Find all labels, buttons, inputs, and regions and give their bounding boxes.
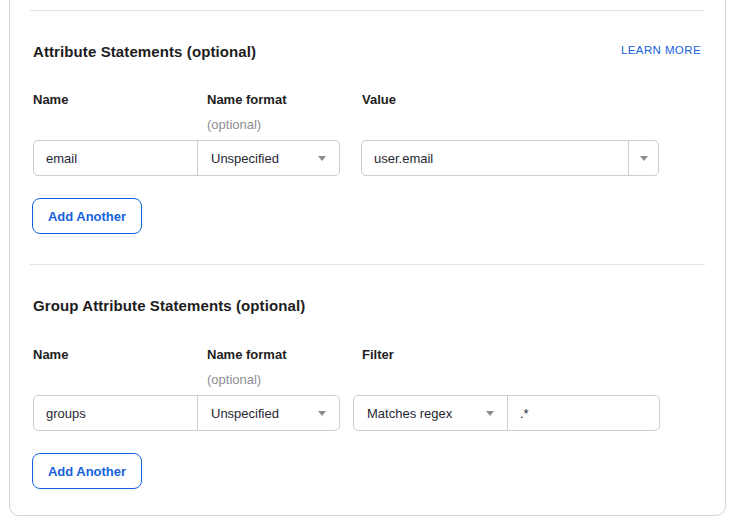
add-another-group-attribute-button[interactable]: Add Another — [32, 453, 142, 489]
group-filter-value-input[interactable] — [507, 396, 659, 430]
column-label-name-format: Name format — [207, 92, 286, 107]
chevron-down-icon — [640, 156, 648, 161]
group-attribute-statements-title: Group Attribute Statements (optional) — [33, 297, 305, 314]
column-label-name-format: Name format — [207, 347, 286, 362]
column-label-value: Value — [362, 92, 396, 107]
attribute-value-dropdown-button[interactable] — [628, 141, 658, 175]
column-label-name: Name — [33, 347, 68, 362]
attribute-name-and-format-group: Unspecified — [33, 140, 340, 176]
attribute-statements-title: Attribute Statements (optional) — [33, 43, 256, 60]
group-name-format-select[interactable]: Unspecified — [197, 396, 339, 430]
group-filter-type-value: Matches regex — [367, 406, 452, 421]
chevron-down-icon — [318, 411, 326, 416]
top-divider — [30, 10, 705, 11]
group-filter-type-select[interactable]: Matches regex — [354, 396, 507, 430]
attribute-name-format-select[interactable]: Unspecified — [197, 141, 339, 175]
group-attribute-name-input[interactable] — [34, 396, 197, 430]
learn-more-link[interactable]: LEARN MORE — [621, 44, 701, 56]
name-format-optional-note: (optional) — [207, 372, 261, 387]
group-filter-group: Matches regex — [353, 395, 660, 431]
settings-card — [9, 0, 726, 516]
group-name-format-value: Unspecified — [211, 406, 279, 421]
chevron-down-icon — [318, 156, 326, 161]
column-label-name: Name — [33, 92, 68, 107]
attribute-name-input[interactable] — [34, 141, 197, 175]
attribute-name-format-value: Unspecified — [211, 151, 279, 166]
attribute-value-group — [361, 140, 659, 176]
group-name-and-format-group: Unspecified — [33, 395, 340, 431]
add-another-attribute-button[interactable]: Add Another — [32, 198, 142, 234]
name-format-optional-note: (optional) — [207, 117, 261, 132]
chevron-down-icon — [486, 411, 494, 416]
attribute-value-input[interactable] — [362, 141, 628, 175]
column-label-filter: Filter — [362, 347, 394, 362]
section-divider — [30, 264, 705, 265]
